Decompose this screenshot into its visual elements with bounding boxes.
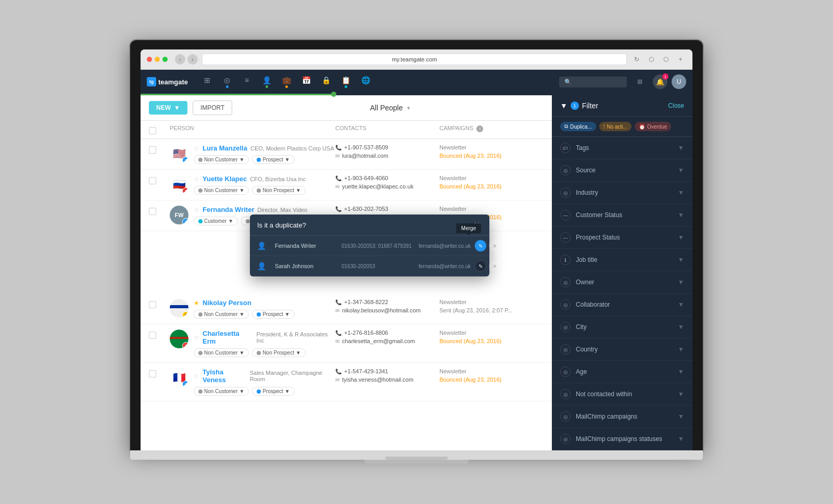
modal-edit-button-1[interactable]: ✎ Merge	[475, 240, 486, 251]
person-name-4[interactable]: Nikolay Person	[203, 299, 251, 307]
filter-chip-duplicates[interactable]: ⧉ Duplica...	[560, 122, 596, 131]
contacts-1: 📞 +1-907-537-8509 ✉ lura@hotmail.com	[335, 144, 439, 159]
filter-item-not-contacted[interactable]: ◎ Not contacted within ▼	[552, 383, 692, 406]
nav-reports[interactable]: 📋	[337, 73, 355, 91]
topbar-right: 🔍 ⊞ 🔔 1 U	[559, 73, 686, 91]
modal-dismiss-button-1[interactable]: ✕	[489, 240, 500, 251]
person-tags-1: Non Customer ▼ Prospect ▼	[194, 155, 335, 164]
row-checkbox-1[interactable]	[149, 146, 156, 154]
customer-status-tag-4[interactable]: Non Customer ▼	[194, 310, 249, 319]
new-button[interactable]: NEW ▼	[149, 101, 187, 115]
user-avatar[interactable]: U	[672, 74, 686, 89]
contacts-2: 📞 +1-903-649-4060 ✉ yuette.klapec@klapec…	[335, 175, 439, 190]
star-1[interactable]: ☆	[194, 145, 199, 152]
filter-chip-no-activity[interactable]: ! No acti...	[599, 122, 632, 131]
owner-filter-icon: ◎	[560, 277, 571, 287]
filter-item-age[interactable]: ◎ Age ▼	[552, 361, 692, 383]
import-button[interactable]: IMPORT	[193, 100, 232, 115]
nav-deals[interactable]: 💼	[277, 73, 295, 91]
campaign-status-4: Sent (Aug 23, 2016, 2:07 P...	[439, 307, 544, 313]
filter-item-mailchimp-statuses[interactable]: ◎ MailChimp campaigns statuses ▼	[552, 428, 692, 450]
overdue-chip-icon: ⏰	[639, 124, 645, 130]
filter-item-prospect-status[interactable]: — Prospect Status ▼	[552, 226, 692, 249]
filter-item-owner[interactable]: ◎ Owner ▼	[552, 271, 692, 294]
prospect-status-filter-label: Prospect Status	[576, 234, 678, 241]
filter-item-job-title[interactable]: ℹ Job title ▼	[552, 249, 692, 271]
avatar-initials-3: FW	[174, 212, 183, 218]
select-all-checkbox[interactable]	[149, 127, 156, 134]
share-button[interactable]: ⬡	[660, 54, 672, 65]
nav-contacts[interactable]: ◎	[218, 73, 236, 91]
merge-tooltip: Merge	[456, 223, 481, 233]
prospect-status-tag-5[interactable]: Non Prospect ▼	[252, 348, 306, 357]
nav-people[interactable]: 👤	[258, 73, 275, 91]
forward-button[interactable]: ›	[187, 54, 198, 65]
new-tab-button[interactable]: +	[675, 54, 686, 65]
filter-item-country[interactable]: ◎ Country ▼	[552, 338, 692, 361]
person-name-1[interactable]: Lura Manzella	[203, 144, 247, 152]
person-name-6[interactable]: Tyisha Veness	[203, 368, 247, 384]
filter-item-industry[interactable]: ◎ Industry ▼	[552, 182, 692, 204]
job-title-filter-icon: ℹ	[560, 255, 571, 265]
person-name-3[interactable]: Fernanda Writer	[203, 206, 254, 213]
star-2[interactable]: ☆	[194, 175, 199, 183]
back-button[interactable]: ‹	[175, 54, 185, 65]
filter-item-collaborator[interactable]: ◎ Collaborator ▼	[552, 294, 692, 316]
top-search-bar[interactable]: 🔍	[559, 77, 627, 87]
minimize-window-button[interactable]	[155, 57, 160, 62]
nav-lists[interactable]: ≡	[238, 73, 256, 91]
prospect-status-tag-1[interactable]: Prospect ▼	[252, 155, 294, 164]
modal-dismiss-button-2[interactable]: ✕	[489, 260, 500, 272]
row-checkbox-6[interactable]	[149, 370, 156, 377]
nav-extra[interactable]: ⊞	[631, 73, 649, 91]
row-checkbox-4[interactable]	[149, 301, 156, 308]
person-name-5[interactable]: Charlesetta Erm	[203, 330, 254, 345]
star-4[interactable]: ★	[194, 299, 199, 307]
email-icon-2: ✉	[335, 184, 339, 190]
filter-item-tags[interactable]: 🏷 Tags ▼	[552, 137, 692, 159]
modal-edit-button-2[interactable]: ✎	[475, 260, 486, 272]
customer-status-tag-5[interactable]: Non Customer ▼	[194, 348, 249, 357]
notifications-button[interactable]: 🔔 1	[653, 74, 667, 89]
laptop-container: ‹ › my.teamgate.com ↻ ⬡ ⬡ + tg teamgate	[130, 40, 703, 464]
filter-chip-overdue[interactable]: ⏰ Overdue	[635, 122, 671, 131]
warning-chip-icon: !	[603, 124, 605, 130]
job-title-filter-label: Job title	[576, 256, 678, 263]
row-checkbox-3[interactable]	[149, 208, 156, 215]
filter-close-button[interactable]: Close	[668, 102, 684, 109]
phone-icon-1: 📞	[335, 145, 342, 150]
nav-calendar[interactable]: 📅	[297, 73, 315, 91]
filter-item-source[interactable]: ◎ Source ▼	[552, 159, 692, 182]
title-dropdown-icon[interactable]: ▼	[406, 105, 411, 111]
star-5[interactable]: ☆	[194, 334, 199, 341]
nav-dashboard[interactable]: ⊞	[198, 73, 216, 91]
industry-filter-arrow: ▼	[678, 189, 684, 196]
filter-item-mailchimp-campaigns[interactable]: ◎ MailChimp campaigns ▼	[552, 406, 692, 428]
prospect-status-tag-2[interactable]: Non Prospect ▼	[252, 186, 306, 195]
person-info-6: 🇫🇷 1 ☆ Tyisha Veness Sales Manager, Cham…	[170, 368, 335, 396]
row-checkbox-5[interactable]	[149, 332, 156, 339]
customer-status-tag-3[interactable]: Customer ▼	[194, 217, 238, 225]
star-6[interactable]: ☆	[194, 372, 199, 380]
mailchimp-statuses-filter-label: MailChimp campaigns statuses	[576, 435, 678, 443]
prospect-status-tag-4[interactable]: Prospect ▼	[252, 310, 294, 319]
nav-global[interactable]: 🌐	[357, 73, 374, 91]
customer-status-tag-1[interactable]: Non Customer ▼	[194, 155, 249, 164]
bookmark-button[interactable]: ⬡	[646, 54, 657, 65]
filter-item-city[interactable]: ◎ City ▼	[552, 316, 692, 338]
maximize-window-button[interactable]	[162, 57, 168, 62]
customer-status-tag-6[interactable]: Non Customer ▼	[194, 387, 249, 396]
job-title-filter-arrow: ▼	[678, 256, 684, 263]
table-header: Person Contacts Campaigns i	[141, 121, 552, 139]
person-name-2[interactable]: Yuette Klapec	[203, 175, 247, 183]
customer-status-tag-2[interactable]: Non Customer ▼	[194, 186, 249, 195]
prospect-status-tag-6[interactable]: Prospect ▼	[252, 387, 294, 396]
address-bar[interactable]: my.teamgate.com	[202, 54, 627, 65]
nav-security[interactable]: 🔒	[317, 73, 335, 91]
prospect-dot-5	[257, 351, 261, 355]
row-checkbox-2[interactable]	[149, 177, 156, 184]
star-3[interactable]: ☆	[194, 206, 199, 213]
close-window-button[interactable]	[147, 57, 152, 62]
filter-item-customer-status[interactable]: — Customer Status ▼	[552, 204, 692, 226]
reload-button[interactable]: ↻	[631, 54, 642, 65]
